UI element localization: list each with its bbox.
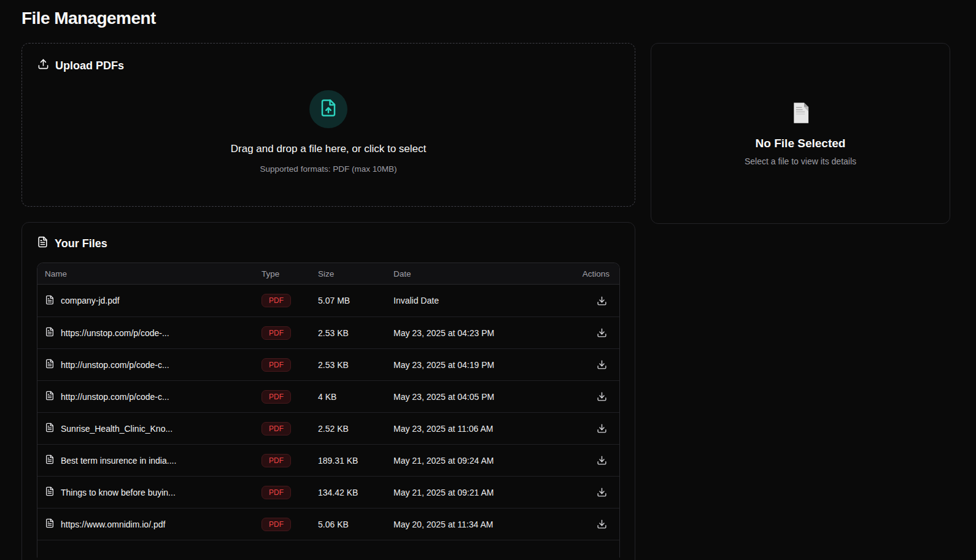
download-button[interactable] [594, 453, 610, 468]
table-row-partial [37, 540, 619, 558]
download-button[interactable] [594, 325, 610, 340]
upload-section-header: Upload PDFs [37, 58, 619, 73]
page-icon [789, 101, 812, 127]
download-button[interactable] [594, 421, 610, 436]
file-size: 2.52 KB [318, 424, 393, 434]
file-details-panel: No File Selected Select a file to view i… [651, 43, 950, 224]
files-section-title: Your Files [55, 237, 107, 250]
file-name-cell: Best term insurence in india.... [37, 455, 261, 466]
file-actions-cell [568, 485, 619, 500]
file-type-cell: PDF [261, 518, 318, 531]
file-size: 4 KB [318, 392, 393, 402]
file-actions-cell [568, 421, 619, 436]
file-type-cell: PDF [261, 390, 318, 404]
file-name-cell: http://unstop.com/p/code-c... [37, 391, 261, 402]
file-icon [45, 391, 55, 402]
file-actions-cell [568, 357, 619, 372]
pdf-type-badge: PDF [261, 454, 291, 467]
column-header-name: Name [37, 269, 261, 278]
drop-instruction-text: Drag and drop a file here, or click to s… [231, 143, 426, 155]
download-button[interactable] [594, 516, 610, 532]
file-icon [45, 486, 55, 498]
file-date: May 23, 2025 at 04:05 PM [393, 392, 568, 402]
pdf-type-badge: PDF [261, 390, 291, 404]
file-size: 2.53 KB [318, 360, 393, 370]
file-icon [45, 327, 55, 339]
files-section-header: Your Files [37, 236, 620, 251]
download-button[interactable] [594, 357, 610, 372]
file-date: May 21, 2025 at 09:24 AM [393, 456, 568, 466]
pdf-type-badge: PDF [261, 486, 291, 499]
page-title: File Management [21, 9, 950, 28]
file-name-cell: https://unstop.com/p/code-... [37, 327, 261, 339]
right-column: No File Selected Select a file to view i… [651, 43, 950, 224]
file-actions-cell [568, 453, 619, 468]
pdf-type-badge: PDF [261, 358, 291, 372]
file-type-cell: PDF [261, 422, 318, 435]
file-date: Invalid Date [393, 296, 568, 305]
file-name: Best term insurence in india.... [61, 456, 176, 466]
file-size: 5.06 KB [318, 520, 393, 529]
column-header-actions: Actions [568, 269, 619, 278]
file-date: May 23, 2025 at 04:19 PM [393, 360, 568, 370]
pdf-type-badge: PDF [261, 326, 291, 340]
file-icon [45, 455, 55, 466]
file-type-cell: PDF [261, 454, 318, 467]
file-actions-cell [568, 516, 619, 532]
column-header-type: Type [261, 269, 318, 278]
file-text-icon [37, 236, 48, 251]
file-up-icon [319, 99, 338, 120]
table-row[interactable]: Things to know before buyin... PDF 134.4… [37, 476, 619, 508]
download-button[interactable] [594, 485, 610, 500]
file-name: https://unstop.com/p/code-... [61, 328, 169, 338]
file-name-cell: https://www.omnidim.io/.pdf [37, 518, 261, 530]
download-button[interactable] [594, 293, 610, 309]
table-row[interactable]: Best term insurence in india.... PDF 189… [37, 444, 619, 476]
file-actions-cell [568, 389, 619, 404]
file-name-cell: http://unstop.com/p/code-c... [37, 359, 261, 370]
file-date: May 23, 2025 at 04:23 PM [393, 328, 568, 338]
pdf-type-badge: PDF [261, 518, 291, 531]
file-actions-cell [568, 325, 619, 340]
file-name: Sunrise_Health_Clinic_Kno... [61, 424, 172, 434]
table-row[interactable]: company-jd.pdf PDF 5.07 MB Invalid Date [37, 285, 619, 316]
file-type-cell: PDF [261, 326, 318, 340]
file-icon [45, 295, 55, 307]
file-icon [45, 518, 55, 530]
upload-icon [37, 58, 49, 73]
dropzone-content[interactable]: Drag and drop a file here, or click to s… [37, 90, 619, 174]
download-button[interactable] [594, 389, 610, 404]
upload-section-title: Upload PDFs [55, 59, 124, 72]
file-actions-cell [568, 293, 619, 309]
column-header-date: Date [393, 269, 568, 278]
table-row[interactable]: https://www.omnidim.io/.pdf PDF 5.06 KB … [37, 508, 619, 540]
upload-circle [309, 90, 347, 128]
file-size: 2.53 KB [318, 328, 393, 338]
table-row[interactable]: https://unstop.com/p/code-... PDF 2.53 K… [37, 316, 619, 348]
upload-dropzone-card[interactable]: Upload PDFs Drag and drop a file here, o… [21, 43, 635, 207]
files-table: Name Type Size Date Actions company-jd.p… [37, 263, 620, 558]
file-type-cell: PDF [261, 294, 318, 307]
file-name: http://unstop.com/p/code-c... [61, 360, 169, 370]
column-header-size: Size [318, 269, 393, 278]
file-size: 134.42 KB [318, 488, 393, 497]
file-name-cell: Sunrise_Health_Clinic_Kno... [37, 423, 261, 434]
file-type-cell: PDF [261, 486, 318, 499]
file-name: Things to know before buyin... [61, 488, 176, 497]
no-file-selected-subtitle: Select a file to view its details [745, 156, 856, 166]
file-date: May 23, 2025 at 11:06 AM [393, 424, 568, 434]
files-table-body: company-jd.pdf PDF 5.07 MB Invalid Date … [37, 285, 619, 540]
file-icon [45, 359, 55, 370]
supported-formats-text: Supported formats: PDF (max 10MB) [260, 164, 397, 174]
table-row[interactable]: Sunrise_Health_Clinic_Kno... PDF 2.52 KB… [37, 412, 619, 444]
pdf-type-badge: PDF [261, 294, 291, 307]
file-name-cell: Things to know before buyin... [37, 486, 261, 498]
file-date: May 20, 2025 at 11:34 AM [393, 520, 568, 529]
file-size: 5.07 MB [318, 296, 393, 305]
file-name-cell: company-jd.pdf [37, 295, 261, 307]
table-row[interactable]: http://unstop.com/p/code-c... PDF 2.53 K… [37, 348, 619, 380]
table-row[interactable]: http://unstop.com/p/code-c... PDF 4 KB M… [37, 380, 619, 412]
file-date: May 21, 2025 at 09:21 AM [393, 488, 568, 497]
file-type-cell: PDF [261, 358, 318, 372]
files-table-header: Name Type Size Date Actions [37, 263, 619, 285]
